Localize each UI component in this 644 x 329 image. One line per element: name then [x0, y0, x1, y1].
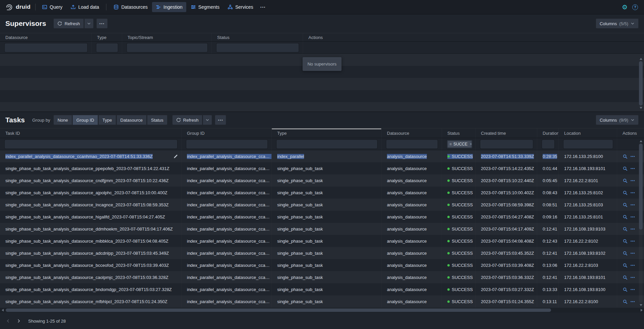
scrollbar-thumb[interactable] [639, 61, 643, 106]
row-actions-more-button[interactable]: ••• [631, 179, 635, 182]
nav-datasources[interactable]: Datasources [110, 2, 151, 12]
magnify-icon[interactable] [623, 190, 628, 195]
magnify-icon[interactable] [623, 227, 628, 232]
remove-filter-icon[interactable]: ✕ [469, 142, 472, 146]
scrollbar-thumb[interactable] [639, 143, 643, 230]
magnify-icon[interactable] [623, 251, 628, 256]
filter-location-input[interactable] [563, 140, 613, 149]
task-row[interactable]: single_phase_sub_task_analysis_datasourc… [0, 162, 644, 174]
help-icon[interactable]: ? [632, 4, 638, 10]
column-header-location[interactable]: Location [559, 128, 617, 138]
scroll-left-button[interactable] [0, 308, 5, 313]
magnify-icon[interactable] [623, 166, 628, 171]
nav-more-button[interactable]: ••• [258, 2, 268, 12]
task-row[interactable]: single_phase_sub_task_analysis_datasourc… [0, 211, 644, 223]
row-actions-more-button[interactable]: ••• [631, 300, 635, 303]
nav-segments[interactable]: Segments [187, 2, 223, 12]
row-actions-more-button[interactable]: ••• [631, 239, 635, 243]
scrollbar-track[interactable] [5, 308, 639, 313]
column-header-task-id[interactable]: Task ID [0, 128, 182, 138]
column-header-created-time[interactable]: Created time [476, 128, 537, 138]
row-actions-more-button[interactable]: ••• [631, 227, 635, 231]
supervisors-more-actions-button[interactable]: ••• [96, 18, 108, 29]
task-row[interactable]: single_phase_sub_task_analysis_datasourc… [0, 259, 644, 271]
group-by-group-id-button[interactable]: Group ID [72, 115, 98, 125]
scroll-up-button[interactable] [638, 56, 643, 61]
row-actions-more-button[interactable]: ••• [631, 215, 635, 219]
task-row[interactable]: single_phase_sub_task_analysis_datasourc… [0, 174, 644, 187]
column-header-group-id[interactable]: Group ID [182, 128, 272, 138]
task-row[interactable]: index_parallel_analysis_datasource_ccanh… [0, 150, 644, 162]
magnify-icon[interactable] [623, 202, 628, 207]
task-row[interactable]: single_phase_sub_task_analysis_datasourc… [0, 223, 644, 235]
row-actions-more-button[interactable]: ••• [631, 276, 635, 279]
tasks-columns-button[interactable]: Columns (9/9) [596, 115, 639, 125]
filter-datasource-input[interactable] [5, 43, 87, 52]
magnify-icon[interactable] [623, 239, 628, 244]
column-header-datasource[interactable]: Datasource [382, 128, 442, 138]
edit-icon[interactable] [174, 154, 178, 159]
druid-logo[interactable]: druid [5, 3, 33, 11]
magnify-icon[interactable] [623, 299, 628, 304]
scrollbar-track[interactable] [639, 143, 643, 303]
filter-type-input[interactable] [277, 140, 377, 149]
row-actions-more-button[interactable]: ••• [631, 167, 635, 170]
column-header-type[interactable]: Type [92, 33, 122, 41]
task-row[interactable]: single_phase_sub_task_analysis_datasourc… [0, 271, 644, 283]
task-row[interactable]: single_phase_sub_task_analysis_datasourc… [0, 247, 644, 259]
magnify-icon[interactable] [623, 287, 628, 292]
nav-services[interactable]: Services [224, 2, 257, 12]
magnify-icon[interactable] [623, 263, 628, 268]
column-header-topic-stream[interactable]: Topic/Stream [122, 33, 212, 41]
next-page-button[interactable] [14, 316, 23, 326]
filter-status-input[interactable]: ≡ SUCCE ✕ [447, 140, 473, 149]
filter-created-time-input[interactable] [480, 140, 533, 149]
supervisors-refresh-dropdown-button[interactable] [84, 18, 94, 29]
row-actions-more-button[interactable]: ••• [631, 155, 635, 158]
column-header-type[interactable]: Type [272, 128, 382, 138]
scrollbar-thumb[interactable] [6, 309, 551, 312]
filter-type-input[interactable] [96, 43, 118, 52]
column-header-status[interactable]: Status [442, 128, 476, 138]
filter-duration-input[interactable] [542, 140, 554, 149]
filter-status-input[interactable] [216, 43, 299, 52]
group-by-status-button[interactable]: Status [147, 115, 167, 125]
tasks-horizontal-scrollbar[interactable] [0, 307, 644, 313]
tasks-vertical-scrollbar[interactable] [638, 139, 643, 307]
row-actions-more-button[interactable]: ••• [631, 263, 635, 267]
nav-query[interactable]: Query [38, 2, 66, 12]
row-actions-more-button[interactable]: ••• [631, 288, 635, 291]
task-row[interactable]: single_phase_sub_task_analysis_datasourc… [0, 187, 644, 199]
task-row[interactable]: single_phase_sub_task_analysis_datasourc… [0, 283, 644, 295]
tasks-refresh-dropdown-button[interactable] [203, 115, 212, 125]
column-header-status[interactable]: Status [212, 33, 303, 41]
filter-topic-stream-input[interactable] [127, 43, 207, 52]
task-row[interactable]: single_phase_sub_task_analysis_datasourc… [0, 199, 644, 211]
magnify-icon[interactable] [623, 214, 628, 219]
status-filter-tag[interactable]: ≡ SUCCE ✕ [448, 141, 472, 148]
scrollbar-track[interactable] [639, 61, 643, 106]
row-actions-more-button[interactable]: ••• [631, 251, 635, 255]
task-row[interactable]: single_phase_sub_task_analysis_datasourc… [0, 235, 644, 247]
scroll-up-button[interactable] [638, 139, 643, 143]
scroll-down-button[interactable] [638, 303, 643, 307]
nav-load-data[interactable]: Load data [67, 2, 103, 12]
group-by-datasource-button[interactable]: Datasource [116, 115, 147, 125]
task-row[interactable]: single_phase_sub_task_analysis_datasourc… [0, 295, 644, 307]
row-actions-more-button[interactable]: ••• [631, 203, 635, 207]
gear-icon[interactable]: ⚙ [622, 4, 628, 10]
scroll-right-button[interactable] [639, 308, 644, 313]
nav-ingestion[interactable]: Ingestion [152, 2, 186, 12]
column-header-datasource[interactable]: Datasource [0, 33, 92, 41]
filter-task-id-input[interactable] [5, 140, 177, 149]
magnify-icon[interactable] [623, 275, 628, 280]
tasks-more-actions-button[interactable]: ••• [215, 115, 226, 125]
filter-group-id-input[interactable] [186, 140, 267, 149]
previous-page-button[interactable] [3, 316, 13, 326]
group-by-type-button[interactable]: Type [98, 115, 116, 125]
supervisors-vertical-scrollbar[interactable] [638, 56, 643, 110]
tasks-refresh-button[interactable]: Refresh [172, 115, 203, 125]
group-by-none-button[interactable]: None [53, 115, 72, 125]
magnify-icon[interactable] [623, 178, 628, 183]
row-actions-more-button[interactable]: ••• [631, 191, 635, 195]
